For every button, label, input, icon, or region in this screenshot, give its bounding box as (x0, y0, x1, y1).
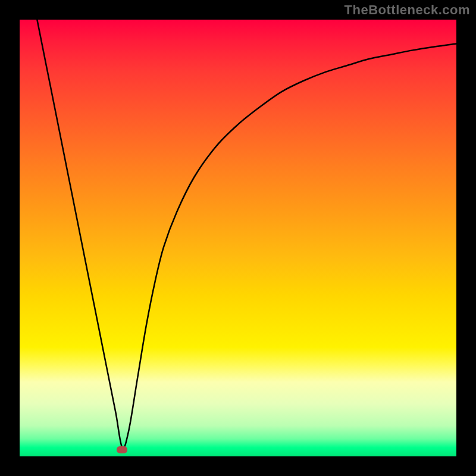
watermark-text: TheBottleneck.com (345, 2, 470, 18)
bottleneck-curve (20, 20, 456, 456)
plot-area (20, 20, 456, 456)
minimum-marker (117, 446, 127, 453)
chart-frame: TheBottleneck.com (0, 0, 476, 476)
